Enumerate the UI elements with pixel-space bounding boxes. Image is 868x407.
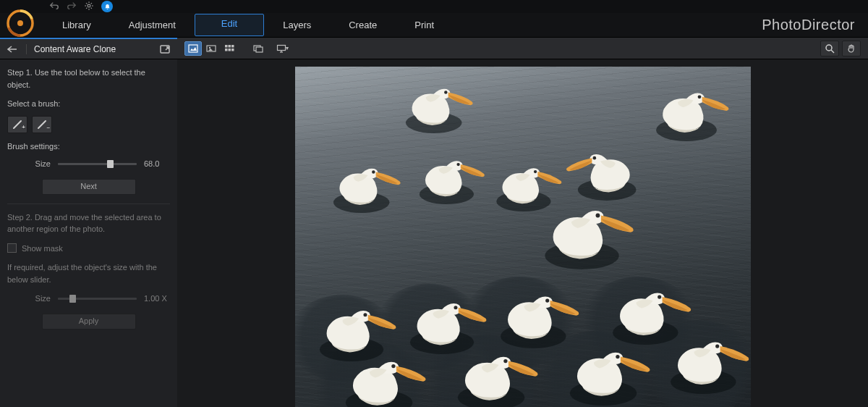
pelican-clone <box>494 288 587 348</box>
svg-point-2 <box>88 4 90 7</box>
viewer-toolbar: ▼ <box>177 38 868 59</box>
show-mask-checkbox[interactable] <box>7 243 17 253</box>
hand-tool-icon[interactable] <box>842 41 861 56</box>
back-button[interactable] <box>4 42 20 56</box>
panel-title: Content Aware Clone <box>26 44 157 54</box>
svg-line-10 <box>91 3 92 4</box>
menu-print[interactable]: Print <box>396 14 453 36</box>
size2-slider[interactable] <box>58 298 137 300</box>
svg-point-14 <box>209 46 210 48</box>
display-mode-icon[interactable]: ▼ <box>274 41 292 56</box>
menu-edit[interactable]: Edit <box>195 14 264 36</box>
pelican <box>400 81 480 133</box>
app-logo <box>6 9 35 38</box>
view-single-icon[interactable] <box>184 41 202 56</box>
svg-point-26 <box>826 45 832 51</box>
pelican-clone <box>339 353 434 407</box>
brush-settings-label: Brush settings: <box>7 140 170 153</box>
notification-icon[interactable] <box>101 1 113 12</box>
view-grid-icon[interactable] <box>221 41 238 56</box>
canvas[interactable] <box>177 59 868 407</box>
menu-bar: Library Adjustment Edit Layers Create Pr… <box>0 13 868 38</box>
gear-icon[interactable] <box>84 1 94 13</box>
pelican-clone <box>404 295 494 354</box>
svg-rect-15 <box>225 45 228 48</box>
svg-point-1 <box>17 20 23 26</box>
apply-button[interactable]: Apply <box>42 314 136 330</box>
menu-library[interactable]: Library <box>43 14 110 36</box>
size-label: Size <box>7 158 51 170</box>
panel-divider <box>7 204 170 204</box>
redo-icon[interactable] <box>67 1 77 13</box>
adjust-size-text: If required, adjust the object's size wi… <box>7 261 170 285</box>
panel-header: Content Aware Clone <box>0 38 177 59</box>
svg-rect-22 <box>256 47 263 52</box>
size2-value: 1.00 X <box>144 293 170 305</box>
size2-label: Size <box>7 293 51 305</box>
svg-rect-20 <box>231 49 234 51</box>
pelican <box>537 201 642 269</box>
brand-label: PhotoDirector <box>762 17 855 33</box>
svg-rect-18 <box>225 49 228 51</box>
left-panel: Content Aware Clone Step 1. Use the tool… <box>0 38 177 407</box>
show-mask-label: Show mask <box>22 243 63 255</box>
svg-line-8 <box>91 7 92 8</box>
svg-line-9 <box>86 7 87 8</box>
pelican-clone <box>664 333 751 394</box>
system-bar <box>0 0 868 13</box>
size-slider[interactable] <box>58 163 137 165</box>
pelican <box>559 146 642 201</box>
menu-layers[interactable]: Layers <box>264 14 330 36</box>
menu-create[interactable]: Create <box>330 14 396 36</box>
pelican-clone <box>563 343 658 406</box>
svg-rect-19 <box>229 49 231 51</box>
pelican <box>414 154 490 204</box>
menu-adjustment[interactable]: Adjustment <box>110 14 195 36</box>
view-compare-icon[interactable] <box>203 41 220 56</box>
pelican-clone <box>451 348 546 407</box>
viewer: ▼ <box>177 38 868 407</box>
pelican <box>650 85 736 141</box>
subtract-brush-button[interactable]: – <box>32 116 52 133</box>
svg-line-27 <box>831 50 834 53</box>
size2-slider-thumb[interactable] <box>69 295 76 303</box>
svg-rect-17 <box>231 45 234 48</box>
step1-instruction: Step 1. Use the tool below to select the… <box>7 67 170 91</box>
svg-line-7 <box>86 3 87 4</box>
pelican <box>328 161 407 213</box>
undo-icon[interactable] <box>49 1 59 13</box>
screen-mode-icon[interactable] <box>250 41 267 56</box>
photo[interactable] <box>295 67 751 407</box>
size-value: 68.0 <box>144 158 170 170</box>
svg-rect-16 <box>229 45 231 48</box>
size-slider-thumb[interactable] <box>107 160 114 168</box>
svg-rect-23 <box>277 45 285 50</box>
step2-instruction: Step 2. Drag and move the selected area … <box>7 211 170 235</box>
next-button[interactable]: Next <box>42 179 136 195</box>
popout-button[interactable] <box>157 42 173 56</box>
select-brush-label: Select a brush: <box>7 98 170 110</box>
svg-rect-12 <box>189 45 197 52</box>
add-brush-button[interactable]: + <box>7 116 27 133</box>
zoom-tool-icon[interactable] <box>820 41 839 56</box>
